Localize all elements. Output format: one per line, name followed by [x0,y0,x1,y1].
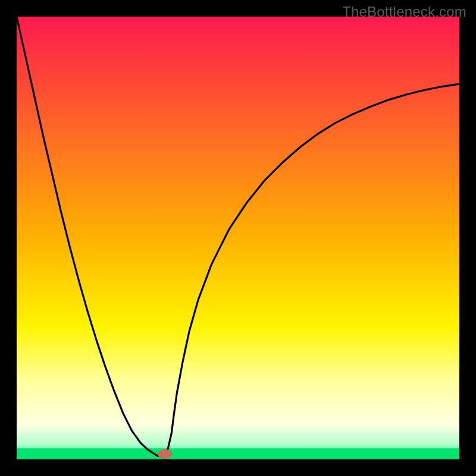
chart-svg [17,17,459,459]
gradient-background [17,17,459,459]
watermark-text: TheBottleneck.com [342,4,466,20]
bottom-band [17,448,459,459]
optimal-point-marker [158,449,172,459]
plot-area [17,17,459,459]
chart-container: TheBottleneck.com [0,0,476,476]
